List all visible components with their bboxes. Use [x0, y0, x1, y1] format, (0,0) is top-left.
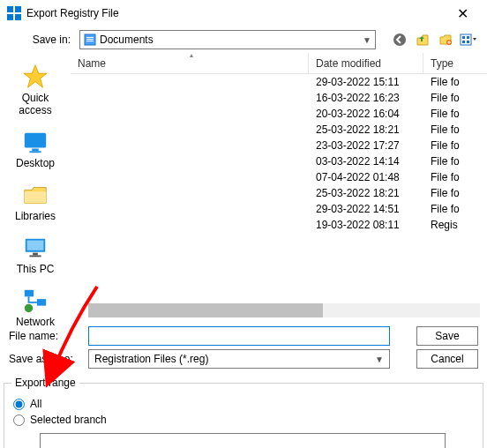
export-range-label: Export range — [11, 377, 79, 389]
svg-rect-10 — [461, 34, 471, 45]
place-libraries[interactable]: Libraries — [4, 178, 66, 226]
radio-all-input[interactable] — [13, 399, 25, 410]
back-button[interactable] — [390, 31, 409, 49]
view-menu-button[interactable] — [459, 31, 478, 49]
horizontal-scrollbar[interactable] — [88, 303, 480, 317]
close-button[interactable]: ✕ — [445, 5, 480, 22]
table-row[interactable]: 19-03-2022 08:11Regis — [71, 217, 487, 233]
save-in-label: Save in: — [9, 34, 71, 46]
column-date[interactable]: Date modified — [309, 53, 423, 73]
svg-rect-11 — [462, 36, 465, 39]
svg-rect-14 — [467, 41, 469, 43]
places-bar: Quick access Desktop Libraries This PC N… — [0, 53, 71, 317]
savetype-combo[interactable]: Registration Files (*.reg) ▼ — [88, 349, 390, 369]
table-row[interactable]: 29-03-2022 14:51File fo — [71, 201, 487, 217]
filename-label: File name: — [9, 330, 88, 342]
svg-rect-16 — [32, 149, 39, 152]
table-row[interactable]: 25-03-2022 18:21File fo — [71, 185, 487, 201]
svg-rect-2 — [7, 14, 13, 20]
place-network[interactable]: Network — [4, 284, 66, 332]
svg-point-8 — [393, 34, 406, 46]
svg-rect-17 — [29, 151, 41, 153]
save-in-combo[interactable]: Documents ▼ — [79, 30, 376, 49]
svg-rect-23 — [25, 290, 34, 297]
column-name[interactable]: Name▴ — [71, 53, 309, 73]
filename-input[interactable] — [88, 326, 390, 346]
table-row[interactable]: 03-03-2022 14:14File fo — [71, 153, 487, 169]
cancel-button[interactable]: Cancel — [416, 349, 478, 369]
svg-rect-24 — [37, 299, 46, 306]
svg-rect-7 — [86, 41, 94, 41]
column-type[interactable]: Type — [423, 53, 487, 73]
table-row[interactable]: 07-04-2022 01:48File fo — [71, 169, 487, 185]
up-button[interactable] — [413, 31, 432, 49]
table-row[interactable]: 16-03-2022 16:23File fo — [71, 90, 487, 106]
table-row[interactable]: 23-03-2022 17:27File fo — [71, 138, 487, 153]
export-range-group: Export range All Selected branch — [4, 383, 483, 448]
svg-point-25 — [25, 304, 33, 312]
radio-selected-branch[interactable]: Selected branch — [13, 414, 474, 426]
svg-rect-22 — [29, 255, 41, 257]
svg-rect-13 — [462, 41, 465, 43]
svg-rect-5 — [86, 37, 94, 38]
svg-rect-3 — [15, 14, 21, 20]
radio-all[interactable]: All — [13, 398, 474, 410]
place-quick-access[interactable]: Quick access — [4, 60, 66, 120]
place-this-pc[interactable]: This PC — [4, 231, 66, 279]
svg-rect-12 — [467, 36, 469, 39]
place-desktop[interactable]: Desktop — [4, 125, 66, 173]
save-in-value: Documents — [100, 34, 363, 46]
svg-rect-6 — [86, 39, 94, 40]
titlebar: Export Registry File ✕ — [0, 0, 487, 26]
svg-rect-1 — [15, 6, 21, 12]
documents-icon — [84, 34, 96, 46]
radio-branch-input[interactable] — [13, 414, 25, 426]
table-row[interactable]: 25-03-2022 18:21File fo — [71, 122, 487, 138]
new-folder-button[interactable] — [436, 31, 455, 49]
svg-rect-0 — [7, 6, 13, 12]
save-button[interactable]: Save — [416, 326, 478, 346]
registry-icon — [7, 6, 21, 20]
svg-rect-21 — [33, 253, 38, 256]
svg-rect-18 — [25, 191, 46, 203]
table-row[interactable]: 20-03-2022 16:04File fo — [71, 106, 487, 122]
sort-up-icon: ▴ — [190, 51, 193, 59]
window-title: Export Registry File — [26, 7, 445, 19]
savetype-label: Save as type: — [9, 353, 88, 365]
table-row[interactable]: 29-03-2022 15:11File fo — [71, 74, 487, 90]
chevron-down-icon: ▼ — [375, 355, 384, 364]
file-list: Name▴ Date modified Type 29-03-2022 15:1… — [71, 53, 487, 317]
chevron-down-icon: ▼ — [363, 35, 371, 45]
branch-input[interactable] — [40, 433, 446, 448]
svg-rect-15 — [25, 133, 46, 148]
column-headers: Name▴ Date modified Type — [71, 53, 487, 74]
svg-rect-20 — [27, 241, 44, 250]
